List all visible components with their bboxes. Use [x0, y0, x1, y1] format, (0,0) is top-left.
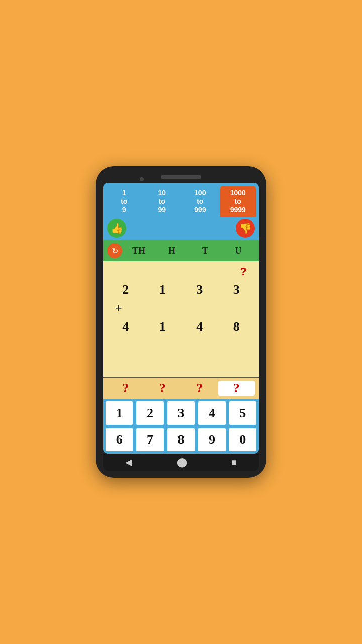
key-9[interactable]: 9	[197, 427, 226, 452]
problem-area: ? 2 1 3 3 + 4 1 4 8	[103, 261, 259, 377]
answer-t[interactable]: ?	[181, 381, 218, 396]
key-7[interactable]: 7	[135, 427, 164, 452]
nav-recent-button[interactable]: ■	[231, 457, 237, 468]
answer-area: ? ? ? ?	[103, 377, 259, 399]
tab-100-999[interactable]: 100to999	[182, 186, 218, 217]
answer-h[interactable]: ?	[144, 381, 182, 396]
num2-h: 1	[152, 319, 172, 334]
refresh-button[interactable]: ↻	[107, 243, 122, 258]
answer-u[interactable]: ?	[218, 381, 255, 396]
nav-home-button[interactable]: ⬤	[177, 457, 187, 468]
col-header-h: H	[162, 246, 182, 256]
nav-back-button[interactable]: ◀	[125, 457, 132, 468]
col-header-t: T	[195, 246, 215, 256]
col-header-u: U	[228, 246, 248, 256]
column-headers-row: ↻ TH H T U	[103, 240, 259, 261]
num1-t: 3	[190, 282, 210, 297]
tab-1000-9999[interactable]: 1000to9999	[220, 186, 256, 217]
number1-row: 2 1 3 3	[107, 279, 255, 300]
number2-row: 4 1 4 8	[107, 316, 255, 337]
num1-h: 1	[152, 282, 172, 297]
tab-10-99[interactable]: 10to99	[144, 186, 180, 217]
phone-device: 1to9 10to99 100to999 1000to9999 👍 👎 ↻ TH…	[96, 166, 266, 478]
key-6[interactable]: 6	[105, 427, 134, 452]
phone-camera	[140, 177, 144, 181]
num2-u: 8	[226, 319, 246, 334]
key-5[interactable]: 5	[228, 400, 257, 426]
key-2[interactable]: 2	[135, 400, 164, 426]
col-header-labels: TH H T U	[122, 246, 255, 256]
question-mark-top: ?	[107, 263, 255, 279]
num1-th: 2	[116, 282, 136, 297]
answer-th[interactable]: ?	[107, 381, 144, 396]
tab-bar: 1to9 10to99 100to999 1000to9999	[103, 183, 259, 217]
nav-bar: ◀ ⬤ ■	[103, 454, 259, 471]
numpad: 1 2 3 4 5 6 7 8 9 0	[103, 399, 259, 454]
thumb-row: 👍 👎	[103, 217, 259, 240]
key-8[interactable]: 8	[166, 427, 196, 452]
plus-row: +	[107, 300, 255, 316]
phone-speaker	[161, 175, 201, 179]
phone-screen: 1to9 10to99 100to999 1000to9999 👍 👎 ↻ TH…	[103, 183, 259, 454]
tab-1-9[interactable]: 1to9	[106, 186, 142, 217]
key-4[interactable]: 4	[197, 400, 226, 426]
key-0[interactable]: 0	[228, 427, 257, 452]
plus-sign: +	[115, 301, 122, 315]
key-3[interactable]: 3	[166, 400, 196, 426]
thumb-up-button[interactable]: 👍	[107, 219, 126, 238]
key-1[interactable]: 1	[105, 400, 134, 426]
num2-t: 4	[190, 319, 210, 334]
col-header-th: TH	[129, 246, 149, 256]
top-question-mark: ?	[240, 265, 247, 278]
num1-u: 3	[226, 282, 246, 297]
num2-th: 4	[116, 319, 136, 334]
thumb-down-button[interactable]: 👎	[236, 219, 255, 238]
